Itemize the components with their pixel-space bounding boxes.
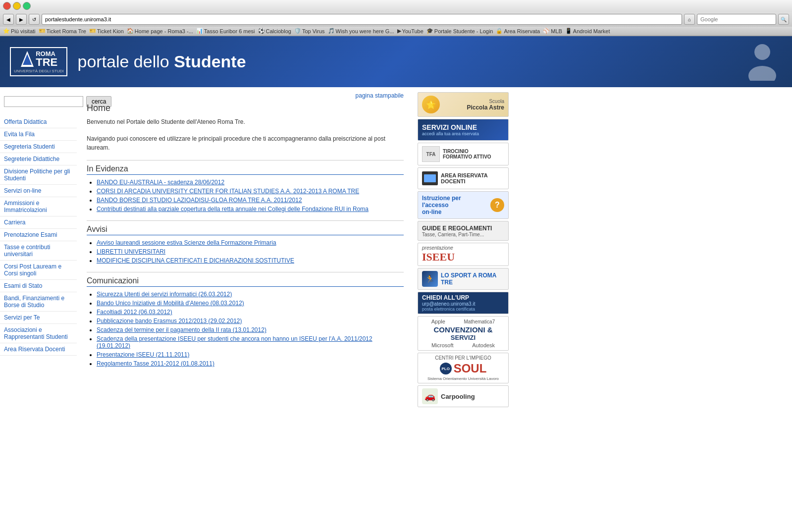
area-docenti-sublabel: DOCENTI	[441, 178, 488, 184]
promo-area-docenti[interactable]: AREA RISERVATA DOCENTI	[418, 167, 509, 189]
minimize-btn[interactable]	[13, 2, 21, 10]
maximize-btn[interactable]	[23, 2, 31, 10]
bookmark-item[interactable]: 📱 Android Market	[565, 28, 610, 34]
promo-servizi-online[interactable]: SERVIZI ONLINE accedi alla tua area rise…	[418, 119, 509, 141]
bookmark-item[interactable]: 🔒 Area Riservata	[496, 28, 540, 34]
avvisi-list: Avviso laureandi sessione estiva Scienze…	[97, 239, 404, 264]
site-header: ROMA TRE UNIVERSITÀ DEGLI STUDI portale …	[0, 36, 792, 87]
sidebar-item-associazioni[interactable]: Associazioni e Rappresentanti Studenti	[0, 324, 77, 343]
forward-button[interactable]: ▶	[16, 14, 27, 25]
site-title: portale dello Studente	[77, 52, 246, 71]
logo-triangle-icon	[20, 50, 35, 68]
promo-tfa[interactable]: TFA TIROCINIO FORMATIVO ATTIVO	[418, 143, 509, 165]
logo-area: ROMA TRE UNIVERSITÀ DEGLI STUDI portale …	[10, 47, 246, 76]
printable-link[interactable]: pagina stampabile	[87, 92, 404, 99]
svg-point-3	[748, 66, 776, 81]
bookmark-item[interactable]: 🎓 Portale Studente - Login	[426, 28, 493, 34]
avvisi-title: Avvisi	[87, 225, 404, 235]
list-item: Avviso laureandi sessione estiva Scienze…	[97, 239, 404, 246]
sidebar-item-offerta[interactable]: Offerta Didattica	[0, 116, 77, 128]
home-button[interactable]: ⌂	[684, 14, 695, 25]
list-item: BANDO BORSE DI STUDIO LAZIOADISU-GLOA RO…	[97, 197, 404, 204]
bookmark-item[interactable]: 🎫 Ticket Kion	[89, 28, 124, 34]
list-item: Facoltiadi 2012 (06.03.2012)	[97, 309, 404, 316]
bookmark-item[interactable]: 🎫 Ticket Roma Tre	[39, 28, 86, 34]
bookmark-item[interactable]: 📊 Tasso Euribor 6 mesi	[196, 28, 255, 34]
sidebar-item-segreteria[interactable]: Segreteria Studenti	[0, 141, 77, 153]
in-evidenza-title: In Evidenza	[87, 164, 404, 175]
promo-iseeu[interactable]: presentazione ISEEU	[418, 243, 509, 266]
address-bar[interactable]	[42, 14, 682, 25]
reload-button[interactable]: ↺	[29, 14, 40, 25]
page-body: cerca Offerta Didattica Evita la Fila Se…	[0, 87, 792, 412]
tfa-sublabel: FORMATIVO ATTIVO	[443, 154, 491, 160]
bookmarks-bar: ⭐ Più visitati 🎫 Ticket Roma Tre 🎫 Ticke…	[0, 27, 792, 36]
search-input[interactable]	[4, 96, 83, 107]
bookmark-item[interactable]: 🛡️ Top Virus	[294, 28, 325, 34]
apple-logo: Apple	[431, 319, 445, 324]
promo-soul[interactable]: CENTRI PER L'IMPIEGO PLO SOUL Sistema Or…	[418, 353, 509, 383]
list-item: CORSI DI ARCADIA UNIVERSITY CENTER FOR I…	[97, 188, 404, 195]
list-item: Presentazione ISEEU (21.11.2011)	[97, 351, 404, 358]
sidebar-item-corsi[interactable]: Corsi Post Lauream e Corsi singoli	[0, 261, 77, 280]
bookmark-item[interactable]: 🏠 Home page - Roma3 -...	[127, 28, 193, 34]
urp-title: CHIEDI ALL'URP	[422, 294, 504, 301]
guide-subtitle: Tasse, Carriera, Part-Time...	[422, 232, 504, 237]
sidebar-item-carriera[interactable]: Carriera	[0, 216, 77, 229]
sidebar-item-prenotazione[interactable]: Prenotazione Esami	[0, 229, 77, 241]
microsoft-logo: Microsoft	[431, 342, 454, 348]
promo-piccola-astre[interactable]: 🌟 Scuola Piccola Astre	[418, 92, 509, 117]
sidebar-item-servizi[interactable]: Servizi on-line	[0, 185, 77, 197]
sidebar-item-tasse[interactable]: Tasse e contributi universitari	[0, 241, 77, 261]
browser-chrome: ◀ ▶ ↺ ⌂ 🔍 ⭐ Più visitati 🎫 Ticket Roma T…	[0, 0, 792, 36]
search-go-button[interactable]: 🔍	[778, 14, 789, 25]
back-button[interactable]: ◀	[3, 14, 14, 25]
welcome-text-1: Benvenuto nel Portale dello Studente del…	[87, 117, 404, 126]
bookmark-item[interactable]: 🎵 Wish you were here G...	[328, 28, 394, 34]
bookmark-item[interactable]: ⚾ MLB	[543, 28, 562, 34]
istruzione-label: Istruzione per l'accesso	[422, 195, 487, 209]
bookmark-item[interactable]: ▶ YouTube	[397, 28, 423, 34]
soul-title: SOUL	[454, 362, 487, 375]
guide-title: GUIDE E REGOLAMENTI	[422, 225, 504, 232]
list-item: Scadenza del termine per il pagamento de…	[97, 326, 404, 333]
autodesk-logo: Autodesk	[472, 342, 495, 348]
servizi-title: SERVIZI ONLINE	[422, 123, 504, 131]
promo-istruzione[interactable]: Istruzione per l'accesso on-line ?	[418, 191, 509, 219]
in-evidenza-list: BANDO EU-AUSTRALIA - scadenza 28/06/2012…	[97, 179, 404, 213]
astre-icon: 🌟	[422, 96, 440, 113]
promo-sport[interactable]: 🏃 LO SPORT A ROMA TRE	[418, 268, 509, 290]
sidebar-item-segreterie[interactable]: Segreterie Didattiche	[0, 153, 77, 165]
question-icon: ?	[490, 198, 504, 212]
left-sidebar: cerca Offerta Didattica Evita la Fila Se…	[0, 87, 77, 412]
promo-guide[interactable]: GUIDE E REGOLAMENTI Tasse, Carriera, Par…	[418, 221, 509, 241]
promo-convenzioni[interactable]: Apple Mathematica7 CONVENZIONI & SERVIZI…	[418, 316, 509, 351]
sidebar-item-divisione[interactable]: Divisione Politiche per gli Studenti	[0, 165, 77, 185]
list-item: Pubblicazione bando Erasmus 2012/2013 (2…	[97, 318, 404, 324]
promo-urp[interactable]: CHIEDI ALL'URP urp@ateneo.uniroma3.it po…	[418, 292, 509, 314]
sidebar-item-servizi-per-te[interactable]: Servizi per Te	[0, 312, 77, 324]
bookmark-item[interactable]: ⚽ Calcioblog	[258, 28, 291, 34]
promo-carpooling[interactable]: 🚗 Carpooling	[418, 385, 509, 407]
sidebar-item-evita[interactable]: Evita la Fila	[0, 128, 77, 141]
list-item: LIBRETTI UNIVERSITARI	[97, 248, 404, 255]
sidebar-item-ammissioni[interactable]: Ammissioni e Immatricolazioni	[0, 197, 77, 216]
istruzione-sublabel: on-line	[422, 209, 487, 215]
tfa-label: TIROCINIO	[443, 149, 491, 154]
right-sidebar: 🌟 Scuola Piccola Astre SERVIZI ONLINE ac…	[414, 87, 513, 412]
sidebar-item-esami[interactable]: Esami di Stato	[0, 280, 77, 292]
sport-icon: 🏃	[422, 271, 438, 287]
sidebar-item-bandi[interactable]: Bandi, Finanziamenti e Borse di Studio	[0, 292, 77, 312]
browser-titlebar	[0, 0, 792, 12]
piccola-label: Piccola Astre	[443, 104, 504, 111]
bookmark-item[interactable]: ⭐ Più visitati	[3, 28, 36, 34]
list-item: Bando Unico Iniziative di Mobilità d'Ate…	[97, 300, 404, 307]
plo-icon: PLO	[440, 363, 452, 374]
browser-search-input[interactable]	[697, 14, 776, 25]
sidebar-item-area-docenti[interactable]: Area Riservata Docenti	[0, 343, 77, 356]
svg-point-2	[754, 44, 770, 60]
comunicazioni-title: Comunicazioni	[87, 276, 404, 287]
search-row: cerca	[4, 96, 73, 107]
monitor-icon	[422, 171, 438, 185]
close-btn[interactable]	[3, 2, 11, 10]
